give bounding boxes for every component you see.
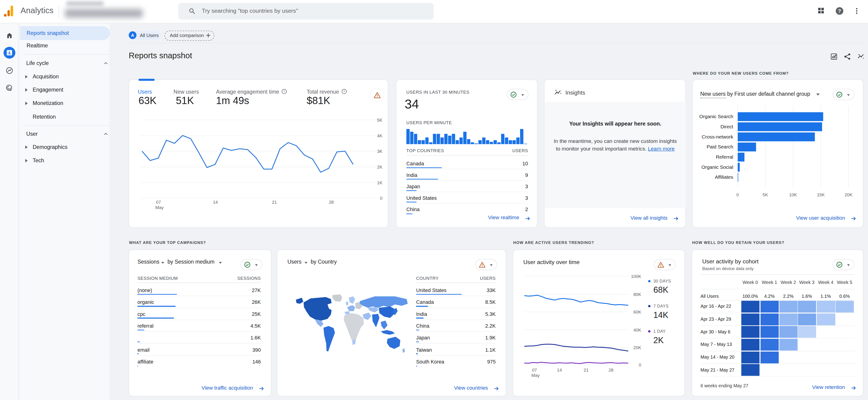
svg-text:07: 07 (156, 200, 161, 205)
svg-text:3K: 3K (377, 149, 383, 154)
svg-text:100K: 100K (631, 274, 642, 279)
svg-text:28: 28 (609, 368, 613, 372)
svg-text:May: May (531, 373, 540, 378)
svg-text:14: 14 (557, 368, 562, 372)
svg-text:Referral: Referral (716, 154, 733, 160)
svg-text:May: May (155, 205, 163, 210)
svg-text:20K: 20K (845, 192, 852, 197)
svg-text:60K: 60K (633, 309, 641, 314)
svg-text:0: 0 (736, 192, 739, 197)
svg-text:Organic Search: Organic Search (699, 114, 733, 119)
svg-text:2K: 2K (377, 165, 383, 169)
svg-text:14: 14 (213, 200, 218, 205)
svg-text:5K: 5K (377, 118, 383, 123)
svg-text:Cross-network: Cross-network (702, 134, 733, 139)
svg-text:21: 21 (272, 200, 277, 205)
svg-text:1K: 1K (377, 180, 383, 185)
svg-text:10K: 10K (789, 192, 797, 197)
svg-text:21: 21 (584, 368, 589, 372)
svg-text:Direct: Direct (720, 124, 733, 129)
svg-text:Affiliates: Affiliates (715, 174, 733, 180)
svg-text:07: 07 (532, 368, 537, 372)
svg-text:20K: 20K (633, 345, 641, 350)
svg-text:80K: 80K (633, 292, 641, 297)
svg-text:Paid Search: Paid Search (707, 144, 733, 149)
svg-text:4K: 4K (377, 133, 383, 138)
svg-text:0: 0 (380, 196, 383, 201)
svg-text:15K: 15K (817, 192, 825, 197)
svg-text:28: 28 (329, 200, 334, 205)
svg-text:?: ? (838, 8, 841, 14)
svg-text:5K: 5K (763, 192, 768, 197)
svg-text:0: 0 (639, 363, 641, 367)
svg-text:40K: 40K (633, 328, 641, 332)
svg-text:Organic Social: Organic Social (702, 164, 733, 170)
